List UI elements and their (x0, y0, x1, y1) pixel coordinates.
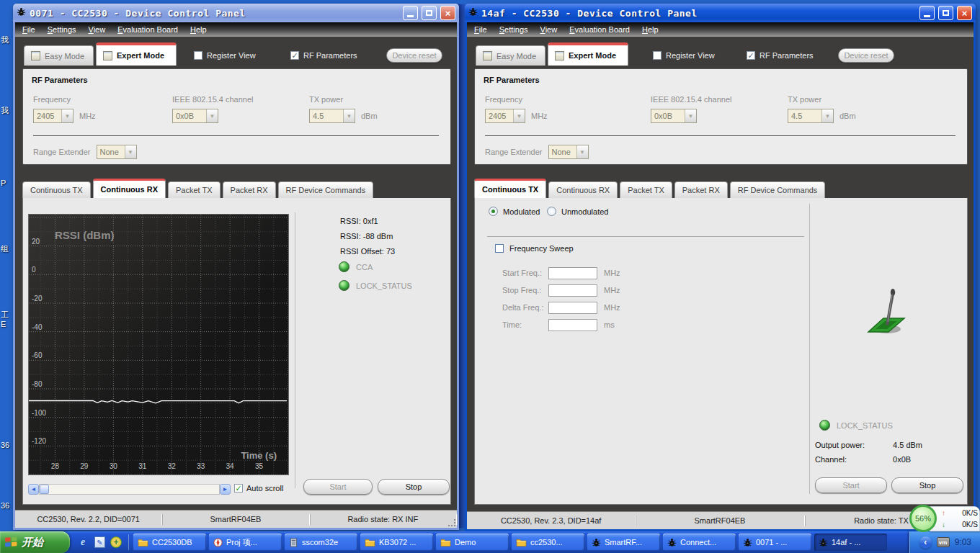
unmodulated-radio[interactable]: Unmodulated (547, 207, 608, 216)
tab-expert-mode[interactable]: Expert Mode (96, 42, 177, 66)
delta-freq-input[interactable] (548, 302, 597, 314)
close-button[interactable]: × (957, 6, 972, 20)
frequency-select[interactable]: 2405▼ (33, 109, 74, 123)
minimize-button[interactable] (403, 6, 418, 20)
checkbox-box[interactable]: ✓ (234, 484, 243, 493)
internet-explorer-icon[interactable]: e (76, 536, 89, 549)
tab-continuous-rx[interactable]: Continuous RX (93, 179, 166, 198)
taskbar-button-0071[interactable]: 0071 - ... (739, 534, 811, 551)
taskbar-button-label: 0071 - ... (756, 538, 787, 547)
channel-select[interactable]: 0x0B▼ (651, 109, 697, 123)
taskbar-button-connect[interactable]: Connect... (663, 534, 736, 551)
tx-power-select[interactable]: 4.5▼ (788, 109, 834, 123)
tab-packet-rx[interactable]: Packet RX (223, 181, 276, 198)
range-extender-select[interactable]: None▼ (548, 145, 589, 159)
resize-grip[interactable] (448, 519, 456, 527)
notes-icon[interactable]: ✎ (94, 536, 105, 548)
tab-rf-device-commands[interactable]: RF Device Commands (730, 181, 826, 198)
clock[interactable]: 9:03 (955, 537, 971, 547)
taskbar-button-cc2530[interactable]: cc2530... (512, 534, 584, 551)
checkbox-label: RF Parameters (303, 51, 357, 60)
frequency-select[interactable]: 2405▼ (485, 109, 525, 123)
stop-freq-input[interactable] (548, 284, 597, 297)
minimize-button[interactable] (919, 6, 935, 20)
tx-power-unit: dBm (361, 112, 378, 120)
menu-help[interactable]: Help (642, 25, 659, 34)
frequency-label: Frequency (485, 95, 651, 104)
start-button[interactable]: Start (303, 479, 373, 495)
scrollbar-thumb[interactable] (40, 485, 49, 494)
chart-scrollbar[interactable]: ◄ ► (28, 483, 231, 495)
taskbar-button-14af[interactable]: 14af - ... (814, 534, 887, 551)
menu-settings[interactable]: Settings (499, 25, 528, 34)
checkbox-box[interactable]: ✓ (290, 51, 299, 60)
title-bar[interactable]: 0071 - CC2530 - Device Control Panel × (13, 4, 459, 22)
taskbar-button-sscom32e[interactable]: sscom32e (285, 534, 357, 551)
menu-file[interactable]: File (474, 25, 487, 34)
tab-continuous-tx[interactable]: Continuous TX (22, 181, 91, 198)
start-label: 开始 (22, 536, 43, 549)
tab-easy-mode[interactable]: Easy Mode (476, 45, 545, 66)
range-extender-select[interactable]: None▼ (97, 145, 137, 159)
device-reset-button[interactable]: Device reset (838, 48, 894, 63)
scrollbar-track[interactable] (39, 484, 220, 495)
checkbox-box[interactable]: ✓ (747, 51, 755, 60)
time-input[interactable] (548, 319, 597, 331)
menu-evaluation-board[interactable]: Evaluation Board (569, 25, 630, 34)
safety-360-icon[interactable]: + (110, 536, 122, 548)
register-view-checkbox[interactable]: Register View (653, 51, 715, 60)
taskbar-button-proj[interactable]: Proj 项... (209, 534, 282, 551)
tab-packet-tx[interactable]: Packet TX (620, 181, 672, 198)
tray-collapse-icon[interactable]: ‹ (919, 536, 932, 549)
menu-view[interactable]: View (89, 25, 106, 34)
menu-file[interactable]: File (22, 25, 35, 34)
modulated-radio[interactable]: Modulated (489, 207, 540, 216)
checkbox-box[interactable] (194, 51, 202, 60)
radio-button[interactable] (489, 207, 498, 216)
tx-power-select[interactable]: 4.5▼ (309, 109, 355, 123)
desktop-icon-label-fragment: E (1, 320, 6, 328)
close-button[interactable]: × (440, 6, 455, 20)
auto-scroll-checkbox[interactable]: ✓ Auto scroll (234, 484, 283, 493)
menu-settings[interactable]: Settings (48, 25, 76, 34)
menu-help[interactable]: Help (190, 25, 207, 34)
stop-button[interactable]: Stop (891, 477, 963, 493)
register-view-checkbox[interactable]: Register View (194, 51, 256, 60)
start-button[interactable]: Start (815, 477, 887, 493)
upload-speed: 0K/S (962, 509, 978, 517)
channel-select[interactable]: 0x0B▼ (172, 109, 218, 123)
desktop-icon-label-fragment: P (1, 179, 6, 187)
memory-usage-badge[interactable]: 56% (909, 505, 937, 532)
checkbox-box[interactable] (495, 244, 504, 253)
taskbar-button-smartrf[interactable]: SmartRF... (587, 534, 660, 551)
tab-continuous-tx[interactable]: Continuous TX (474, 179, 546, 198)
rf-parameters-checkbox[interactable]: ✓ RF Parameters (290, 51, 357, 60)
device-reset-button[interactable]: Device reset (386, 48, 442, 63)
tab-packet-rx[interactable]: Packet RX (674, 181, 728, 198)
taskbar-button-cc2530db[interactable]: CC2530DB (133, 534, 206, 551)
vmware-tray-icon[interactable]: vm (937, 537, 950, 547)
tab-packet-tx[interactable]: Packet TX (168, 181, 220, 198)
stop-button[interactable]: Stop (378, 479, 450, 495)
checkbox-box[interactable] (653, 51, 662, 60)
menu-evaluation-board[interactable]: Evaluation Board (117, 25, 178, 34)
start-button[interactable]: 开始 (0, 531, 70, 553)
radio-button[interactable] (547, 207, 556, 216)
title-bar[interactable]: 14af - CC2530 - Device Control Panel × (465, 4, 976, 22)
tab-easy-mode[interactable]: Easy Mode (24, 45, 94, 66)
tab-rf-device-commands[interactable]: RF Device Commands (278, 181, 374, 198)
scroll-left-icon[interactable]: ◄ (28, 484, 39, 495)
scroll-right-icon[interactable]: ► (220, 484, 231, 495)
start-freq-input[interactable] (548, 267, 597, 279)
lock-status-led (819, 420, 830, 431)
tab-expert-mode[interactable]: Expert Mode (548, 42, 628, 66)
taskbar-button-demo[interactable]: Demo (436, 534, 509, 551)
maximize-button[interactable] (422, 6, 437, 20)
frequency-sweep-checkbox[interactable]: Frequency Sweep (495, 244, 574, 253)
status-radio-state-rx-inf: Radio state: RX INF (310, 514, 457, 525)
taskbar-button-kb3072[interactable]: KB3072 ... (360, 534, 433, 551)
rf-parameters-checkbox[interactable]: ✓ RF Parameters (747, 51, 814, 60)
menu-view[interactable]: View (540, 25, 558, 34)
tab-continuous-rx[interactable]: Continuous RX (548, 181, 618, 198)
maximize-button[interactable] (938, 6, 953, 20)
